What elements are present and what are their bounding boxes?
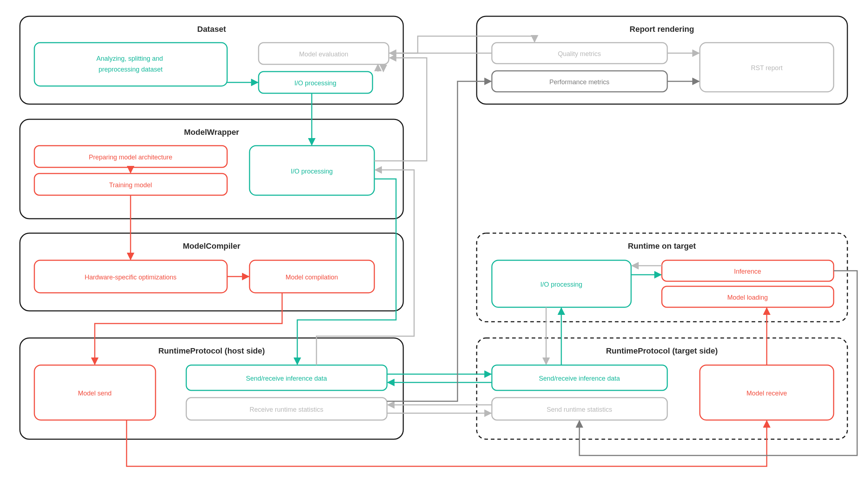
label-mc-compilation: Model compilation [285,274,338,281]
architecture-diagram: Dataset Analyzing, splitting and preproc… [0,0,868,488]
group-title-modelwrapper: ModelWrapper [184,128,239,137]
node-mw-io: I/O processing [250,146,374,195]
node-rptarget-model-receive: Model receive [700,365,834,420]
edge-modeleval-to-quality [389,36,535,53]
label-rptarget-model-receive: Model receive [746,390,787,397]
node-rt-model-loading: Model loading [662,286,834,307]
group-title-modelcompiler: ModelCompiler [183,241,241,251]
node-report-rst: RST report [700,43,834,92]
label-rphost-model-send: Model send [78,390,111,397]
group-rptarget: RuntimeProtocol (target side) Send/recei… [477,338,847,439]
node-dataset-analyze: Analyzing, splitting and preprocessing d… [34,43,227,86]
group-title-rphost: RuntimeProtocol (host side) [158,346,265,355]
label-dataset-analyze-l1: Analyzing, splitting and [96,55,163,62]
svg-text:Analyzing, splitting and
     : Analyzing, splitting and preprocessing d… [96,55,165,73]
edge-mw-io-to-modeleval [374,58,427,161]
label-report-performance: Performance metrics [549,78,609,86]
group-dataset: Dataset Analyzing, splitting and preproc… [20,16,403,104]
node-report-performance: Performance metrics [492,71,667,92]
label-dataset-model-eval: Model evaluation [299,51,348,58]
group-modelwrapper: ModelWrapper Preparing model architectur… [20,119,403,219]
label-rptarget-send-stats: Send runtime statistics [546,406,612,413]
label-mw-training: Training model [109,181,152,189]
edge-recvstats-to-performance [387,81,491,401]
label-mw-io: I/O processing [291,168,333,175]
edge-rphost-inf-to-mw-io [316,170,414,365]
node-mw-training: Training model [34,174,227,195]
label-mc-hwopt: Hardware-specific optimizations [85,274,176,281]
group-title-report: Report rendering [630,25,694,34]
group-runtime-target: Runtime on target I/O processing Inferen… [477,233,847,322]
node-mw-prepare-arch: Preparing model architecture [34,146,227,167]
label-mw-prepare-arch: Preparing model architecture [89,154,172,161]
label-rt-inference: Inference [734,268,761,275]
edge-inference-to-sendstats [579,271,857,455]
label-dataset-analyze-l2: preprocessing dataset [98,66,162,73]
node-dataset-io: I/O processing [259,72,373,93]
node-rt-io: I/O processing [492,260,631,307]
node-rphost-send-recv-inf: Send/receive inference data [186,365,387,390]
label-report-rst: RST report [751,64,783,72]
label-rt-model-loading: Model loading [727,294,768,301]
label-report-quality: Quality metrics [558,50,601,57]
node-mc-hwopt: Hardware-specific optimizations [34,260,227,293]
node-rphost-model-send: Model send [34,365,156,420]
node-rptarget-send-recv-inf: Send/receive inference data [492,365,667,390]
node-rptarget-send-stats: Send runtime statistics [492,398,667,420]
group-title-rptarget: RuntimeProtocol (target side) [606,346,718,355]
label-rt-io: I/O processing [540,281,582,288]
node-rphost-recv-stats: Receive runtime statistics [186,398,387,420]
group-rphost: RuntimeProtocol (host side) Model send S… [20,338,403,439]
group-title-dataset: Dataset [197,25,226,34]
group-modelcompiler: ModelCompiler Hardware-specific optimiza… [20,233,403,311]
svg-rect-1 [34,43,227,86]
group-title-runtime-target: Runtime on target [628,241,696,251]
node-mc-compilation: Model compilation [250,260,374,293]
node-report-quality: Quality metrics [492,43,667,64]
node-dataset-model-eval: Model evaluation [259,43,389,64]
edge-modelsend-to-modelreceive [127,420,767,466]
group-report: Report rendering Quality metrics Perform… [477,16,847,104]
label-rphost-send-recv-inf: Send/receive inference data [246,375,327,382]
label-rphost-recv-stats: Receive runtime statistics [250,406,323,413]
node-rt-inference: Inference [662,260,834,281]
label-dataset-io: I/O processing [294,80,336,87]
label-rptarget-send-recv-inf: Send/receive inference data [539,375,620,382]
